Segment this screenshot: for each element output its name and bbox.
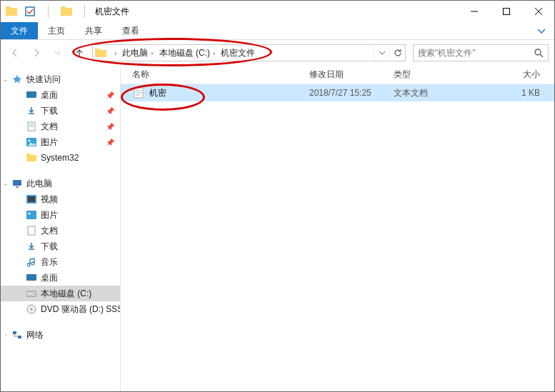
sidebar-item-downloads2[interactable]: 下载 [1,238,120,254]
close-button[interactable] [522,1,554,22]
svg-rect-30 [34,293,36,294]
desktop-icon [25,271,38,284]
drive-icon [25,287,38,300]
up-button[interactable] [71,44,88,61]
sidebar-item-documents[interactable]: 文档📌 [1,119,120,134]
sidebar-item-pictures[interactable]: 图片📌 [1,134,120,150]
ribbon-tabs: 文件 主页 共享 查看 [1,22,554,40]
breadcrumb-root-chevron[interactable]: › [109,45,119,61]
video-icon [25,193,38,206]
expand-icon[interactable]: › [2,331,9,338]
window-title: 机密文件 [95,6,129,18]
svg-rect-20 [26,154,31,156]
back-button[interactable] [6,44,24,61]
minimize-button[interactable] [458,1,490,22]
svg-rect-1 [6,6,11,9]
star-icon [11,73,24,86]
breadcrumb-drive[interactable]: 本地磁盘 (C:)› [156,45,219,61]
svg-rect-28 [26,274,36,281]
refresh-button[interactable] [389,45,405,61]
sidebar-quick-access[interactable]: ⌄ 快速访问 [1,71,120,87]
document-icon [25,224,38,237]
sidebar-item-downloads[interactable]: 下载📌 [1,103,120,119]
recent-dropdown[interactable] [49,44,66,61]
sidebar-item-music[interactable]: 音乐 [1,254,120,270]
svg-rect-27 [28,226,35,235]
search-box[interactable]: 搜索"机密文件" [413,44,549,61]
document-icon [25,120,38,133]
svg-rect-25 [26,211,36,219]
col-size[interactable]: 大小 [478,69,554,81]
tab-share[interactable]: 共享 [75,22,112,39]
ribbon-expand-button[interactable] [529,22,554,39]
svg-rect-2 [26,7,34,16]
svg-rect-21 [13,180,21,186]
music-icon [25,256,38,268]
address-folder-icon [93,48,109,58]
col-name[interactable]: 名称 [132,69,309,81]
sidebar-item-dvd-drive[interactable]: DVD 驱动器 (D:) SSS_X64FREV_ZH-CN_DV9 [1,301,120,317]
file-size: 1 KB [478,88,554,98]
pin-icon: 📌 [106,91,114,99]
sidebar-item-desktop2[interactable]: 桌面 [1,270,120,286]
svg-point-32 [31,308,33,311]
expand-icon[interactable]: ⌄ [2,180,9,187]
download-icon [25,240,38,253]
picture-icon [25,208,38,221]
breadcrumb-thispc[interactable]: 此电脑› [119,45,156,61]
search-button[interactable] [529,45,548,61]
maximize-button[interactable] [490,1,522,22]
pin-icon: 📌 [106,139,114,146]
tab-home[interactable]: 主页 [38,22,75,39]
sidebar-network[interactable]: › 网络 [1,327,120,343]
sidebar-item-local-disk-c[interactable]: 本地磁盘 (C:) [1,286,120,301]
svg-rect-13 [26,91,36,98]
app-folder-icon [5,5,18,18]
svg-line-12 [540,54,543,57]
pin-icon: 📌 [106,107,114,115]
sidebar-item-documents2[interactable]: 文档 [1,223,120,238]
tab-file[interactable]: 文件 [1,22,38,39]
address-dropdown-button[interactable] [374,45,389,61]
search-placeholder: 搜索"机密文件" [414,47,529,59]
file-type: 文本文档 [394,87,478,99]
svg-rect-6 [503,9,509,15]
disc-icon [25,303,38,316]
text-file-icon [132,86,145,99]
folder-icon [60,5,73,18]
title-bar: 机密文件 [1,1,554,22]
svg-rect-24 [28,196,35,202]
folder-icon [25,151,38,164]
file-row[interactable]: 机密 2018/7/27 15:25 文本文档 1 KB [121,84,554,101]
expand-icon[interactable]: ⌄ [2,76,9,83]
svg-point-26 [29,213,31,215]
navigation-pane: ⌄ 快速访问 桌面📌 下载📌 文档📌 图片📌 System32 ⌄ 此电脑 视频… [1,66,121,391]
col-type[interactable]: 类型 [394,69,478,81]
svg-rect-4 [61,6,66,9]
file-date: 2018/7/27 15:25 [309,88,394,98]
file-list-pane: 名称 修改日期 类型 大小 机密 2018/7/27 15:25 文本文档 1 … [121,66,554,391]
svg-point-11 [535,49,541,55]
svg-point-18 [29,140,31,142]
col-date[interactable]: 修改日期 [309,69,394,81]
qat-properties-icon[interactable] [24,5,36,18]
file-name: 机密 [149,87,309,99]
tab-view[interactable]: 查看 [112,22,149,39]
sidebar-this-pc[interactable]: ⌄ 此电脑 [1,176,120,191]
download-icon [25,104,38,117]
picture-icon [25,136,38,149]
svg-rect-10 [95,49,100,51]
sidebar-item-pictures2[interactable]: 图片 [1,207,120,223]
pin-icon: 📌 [106,123,114,131]
breadcrumb-folder[interactable]: 机密文件 [218,45,258,61]
sidebar-item-system32[interactable]: System32 [1,150,120,166]
svg-rect-33 [13,331,16,334]
sidebar-item-videos[interactable]: 视频 [1,191,120,207]
sidebar-item-desktop[interactable]: 桌面📌 [1,87,120,103]
monitor-icon [11,177,24,190]
column-headers[interactable]: 名称 修改日期 类型 大小 [121,66,554,84]
nav-row: › 此电脑› 本地磁盘 (C:)› 机密文件 搜索"机密文件" [1,40,554,66]
address-bar[interactable]: › 此电脑› 本地磁盘 (C:)› 机密文件 [92,44,406,61]
network-icon [11,328,24,341]
forward-button[interactable] [28,44,45,61]
